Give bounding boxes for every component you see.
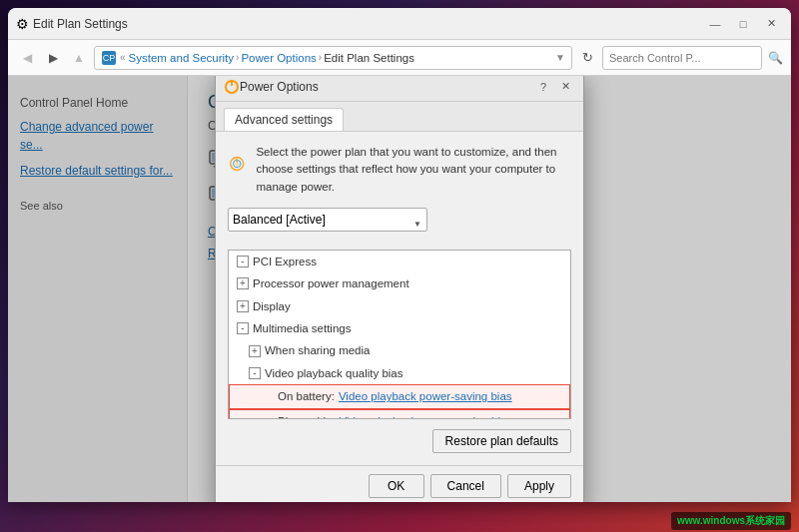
settings-tree[interactable]: - PCI Express + Processor power manageme… bbox=[228, 250, 571, 419]
power-plan-icon: ⚡ bbox=[228, 144, 246, 184]
back-button[interactable]: ◀ bbox=[16, 47, 38, 69]
toggle-processor[interactable]: + bbox=[237, 277, 249, 289]
breadcrumb-sep-0: « bbox=[120, 52, 126, 63]
toggle-sharing-media[interactable]: + bbox=[249, 345, 261, 357]
tree-item-video-quality[interactable]: - Video playback quality bias bbox=[229, 362, 570, 384]
breadcrumb-power-options[interactable]: Power Options bbox=[241, 52, 316, 64]
minimize-button[interactable]: — bbox=[703, 14, 727, 34]
cancel-button[interactable]: Cancel bbox=[430, 474, 501, 498]
maximize-button[interactable]: □ bbox=[731, 14, 755, 34]
svg-rect-13 bbox=[237, 159, 238, 164]
watermark-brand: windows bbox=[703, 515, 745, 526]
plan-dropdown-wrap: Balanced [Active] Power saver High perfo… bbox=[228, 208, 427, 240]
search-input[interactable] bbox=[602, 46, 762, 70]
breadcrumb-system-security[interactable]: System and Security bbox=[129, 52, 234, 64]
label-processor: Processor power management bbox=[253, 274, 409, 292]
content-area: Control Panel Home Change advanced power… bbox=[8, 76, 791, 502]
toggle-display[interactable]: + bbox=[237, 300, 249, 312]
toggle-video-quality[interactable]: - bbox=[249, 367, 261, 379]
dialog-title-text: Power Options bbox=[240, 80, 533, 94]
address-bar: ◀ ▶ ▲ CP « System and Security › Power O… bbox=[8, 40, 791, 76]
restore-plan-defaults-button[interactable]: Restore plan defaults bbox=[432, 429, 571, 453]
svg-text:CP: CP bbox=[103, 53, 116, 63]
search-icon: 🔍 bbox=[768, 51, 783, 65]
toggle-multimedia[interactable]: - bbox=[237, 322, 249, 334]
watermark-prefix: www. bbox=[677, 515, 703, 526]
breadcrumb-arrow-1: › bbox=[236, 52, 239, 63]
tree-item-multimedia[interactable]: - Multimedia settings bbox=[229, 317, 570, 339]
tree-item-sharing-media[interactable]: + When sharing media bbox=[229, 339, 570, 361]
plugged-in-label: Plugged in: bbox=[278, 412, 336, 419]
modal-backdrop: Power Options ? ✕ Advanced settings bbox=[8, 76, 791, 502]
dialog-footer: OK Cancel Apply bbox=[216, 465, 583, 502]
tree-item-on-battery[interactable]: On battery: Video playback power-saving … bbox=[229, 384, 570, 408]
dialog-tabs: Advanced settings bbox=[216, 102, 583, 132]
on-battery-value[interactable]: Video playback power-saving bias bbox=[339, 387, 512, 405]
toggle-pci-express[interactable]: - bbox=[237, 256, 249, 267]
browser-window: ⚙ Edit Plan Settings — □ ✕ ◀ ▶ ▲ CP « Sy… bbox=[8, 8, 791, 502]
window-controls: — □ ✕ bbox=[703, 14, 783, 34]
window-title: Edit Plan Settings bbox=[33, 17, 703, 31]
dialog-close-button[interactable]: ✕ bbox=[555, 78, 575, 96]
tree-item-display[interactable]: + Display bbox=[229, 295, 570, 317]
control-panel-icon: CP bbox=[101, 50, 117, 66]
tree-item-plugged-in[interactable]: Plugged in: Video playback power-saving … bbox=[229, 409, 570, 419]
svg-rect-10 bbox=[231, 81, 233, 86]
tree-item-processor[interactable]: + Processor power management bbox=[229, 272, 570, 294]
watermark-suffix: 系统家园 bbox=[745, 515, 785, 526]
dialog-description-row: ⚡ Select the power plan that you want to… bbox=[228, 144, 571, 196]
label-multimedia: Multimedia settings bbox=[253, 319, 351, 337]
power-options-dialog: Power Options ? ✕ Advanced settings bbox=[215, 76, 584, 502]
plugged-in-value[interactable]: Video playback power-saving bias bbox=[340, 412, 513, 419]
close-button[interactable]: ✕ bbox=[759, 14, 783, 34]
dialog-power-icon bbox=[224, 79, 240, 95]
on-battery-label: On battery: bbox=[278, 387, 335, 405]
tree-item-pci-express[interactable]: - PCI Express bbox=[229, 251, 570, 272]
label-display-tree: Display bbox=[253, 297, 291, 315]
breadcrumb-arrow-2: › bbox=[319, 52, 322, 63]
dialog-description: Select the power plan that you want to c… bbox=[256, 144, 571, 196]
dialog-body: ⚡ Select the power plan that you want to… bbox=[216, 132, 583, 465]
breadcrumb: CP « System and Security › Power Options… bbox=[94, 46, 572, 70]
window-icon: ⚙ bbox=[16, 16, 29, 32]
up-button[interactable]: ▲ bbox=[68, 47, 90, 69]
breadcrumb-current: Edit Plan Settings bbox=[324, 52, 414, 64]
forward-button[interactable]: ▶ bbox=[42, 47, 64, 69]
dialog-title-bar: Power Options ? ✕ bbox=[216, 76, 583, 102]
title-bar: ⚙ Edit Plan Settings — □ ✕ bbox=[8, 8, 791, 40]
label-video-quality: Video playback quality bias bbox=[265, 364, 403, 382]
label-pci-express: PCI Express bbox=[253, 253, 317, 270]
plan-dropdown[interactable]: Balanced [Active] Power saver High perfo… bbox=[228, 208, 427, 232]
ok-button[interactable]: OK bbox=[369, 474, 424, 498]
refresh-button[interactable]: ↻ bbox=[576, 47, 598, 69]
svg-text:⚡: ⚡ bbox=[235, 162, 240, 167]
dropdown-arrow-icon[interactable]: ▼ bbox=[555, 52, 565, 63]
dialog-help-button[interactable]: ? bbox=[533, 78, 553, 96]
apply-button[interactable]: Apply bbox=[507, 474, 571, 498]
watermark: www.windows系统家园 bbox=[671, 512, 791, 530]
tab-advanced-settings[interactable]: Advanced settings bbox=[224, 108, 344, 131]
label-sharing-media: When sharing media bbox=[265, 341, 370, 359]
dialog-title-controls: ? ✕ bbox=[533, 78, 575, 96]
